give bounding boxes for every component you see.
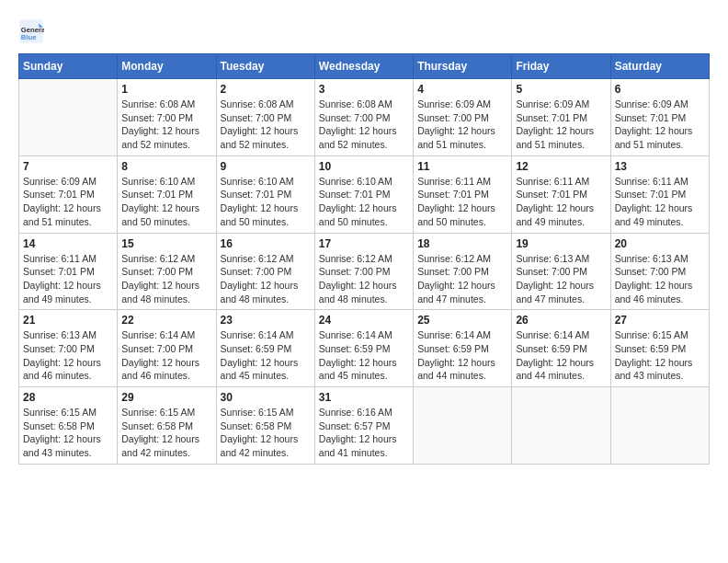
calendar-cell: 8Sunrise: 6:10 AM Sunset: 7:01 PM Daylig… [118,155,216,233]
logo-icon: General Blue [18,18,44,44]
day-number: 6 [615,83,705,96]
day-info: Sunrise: 6:14 AM Sunset: 6:59 PM Dayligh… [516,328,606,383]
day-number: 17 [319,237,409,250]
day-info: Sunrise: 6:09 AM Sunset: 7:00 PM Dayligh… [417,98,507,152]
calendar-cell: 18Sunrise: 6:12 AM Sunset: 7:00 PM Dayli… [414,233,512,310]
day-number: 5 [516,83,606,96]
day-number: 3 [319,83,409,96]
day-number: 24 [319,314,409,327]
day-info: Sunrise: 6:08 AM Sunset: 7:00 PM Dayligh… [221,98,311,152]
calendar-cell: 31Sunrise: 6:16 AM Sunset: 6:57 PM Dayli… [314,387,413,465]
calendar-cell: 9Sunrise: 6:10 AM Sunset: 7:01 PM Daylig… [216,155,314,233]
calendar: SundayMondayTuesdayWednesdayThursdayFrid… [18,53,710,465]
day-number: 26 [516,314,606,327]
day-info: Sunrise: 6:09 AM Sunset: 7:01 PM Dayligh… [516,98,606,152]
weekday-header-row: SundayMondayTuesdayWednesdayThursdayFrid… [19,54,710,79]
day-number: 14 [23,237,113,250]
day-number: 13 [615,160,705,173]
svg-text:Blue: Blue [21,33,37,41]
weekday-header-monday: Monday [118,54,216,79]
calendar-cell: 21Sunrise: 6:13 AM Sunset: 7:00 PM Dayli… [19,310,118,387]
day-info: Sunrise: 6:15 AM Sunset: 6:59 PM Dayligh… [615,328,705,383]
day-info: Sunrise: 6:13 AM Sunset: 7:00 PM Dayligh… [516,252,606,306]
day-info: Sunrise: 6:11 AM Sunset: 7:01 PM Dayligh… [516,175,606,229]
day-info: Sunrise: 6:15 AM Sunset: 6:58 PM Dayligh… [121,406,211,460]
header: General Blue [18,18,710,44]
week-row-3: 14Sunrise: 6:11 AM Sunset: 7:01 PM Dayli… [19,233,710,310]
day-number: 19 [516,237,606,250]
day-number: 15 [121,237,211,250]
day-info: Sunrise: 6:15 AM Sunset: 6:58 PM Dayligh… [221,406,311,460]
day-number: 30 [221,391,311,404]
calendar-cell: 20Sunrise: 6:13 AM Sunset: 7:00 PM Dayli… [610,233,709,310]
day-number: 29 [121,391,211,404]
logo: General Blue [18,18,44,44]
day-number: 22 [121,314,211,327]
day-info: Sunrise: 6:08 AM Sunset: 7:00 PM Dayligh… [319,98,409,152]
day-number: 20 [615,237,705,250]
day-number: 1 [121,83,211,96]
calendar-cell: 19Sunrise: 6:13 AM Sunset: 7:00 PM Dayli… [512,233,610,310]
calendar-cell: 28Sunrise: 6:15 AM Sunset: 6:58 PM Dayli… [19,387,118,465]
calendar-cell: 17Sunrise: 6:12 AM Sunset: 7:00 PM Dayli… [314,233,413,310]
day-info: Sunrise: 6:14 AM Sunset: 6:59 PM Dayligh… [417,328,507,383]
week-row-5: 28Sunrise: 6:15 AM Sunset: 6:58 PM Dayli… [19,387,710,465]
calendar-cell: 23Sunrise: 6:14 AM Sunset: 6:59 PM Dayli… [216,310,314,387]
calendar-cell [610,387,709,465]
calendar-cell: 12Sunrise: 6:11 AM Sunset: 7:01 PM Dayli… [512,155,610,233]
day-number: 27 [615,314,705,327]
day-number: 10 [319,160,409,173]
day-info: Sunrise: 6:10 AM Sunset: 7:01 PM Dayligh… [319,175,409,229]
calendar-cell: 1Sunrise: 6:08 AM Sunset: 7:00 PM Daylig… [118,79,216,156]
weekday-header-sunday: Sunday [19,54,118,79]
day-info: Sunrise: 6:14 AM Sunset: 7:00 PM Dayligh… [121,328,211,383]
calendar-cell [512,387,610,465]
day-info: Sunrise: 6:12 AM Sunset: 7:00 PM Dayligh… [221,252,311,306]
calendar-cell: 3Sunrise: 6:08 AM Sunset: 7:00 PM Daylig… [314,79,413,156]
calendar-cell: 24Sunrise: 6:14 AM Sunset: 6:59 PM Dayli… [314,310,413,387]
weekday-header-tuesday: Tuesday [216,54,314,79]
day-info: Sunrise: 6:10 AM Sunset: 7:01 PM Dayligh… [121,175,211,229]
calendar-cell: 15Sunrise: 6:12 AM Sunset: 7:00 PM Dayli… [118,233,216,310]
week-row-2: 7Sunrise: 6:09 AM Sunset: 7:01 PM Daylig… [19,155,710,233]
week-row-4: 21Sunrise: 6:13 AM Sunset: 7:00 PM Dayli… [19,310,710,387]
calendar-cell [414,387,512,465]
weekday-header-friday: Friday [512,54,610,79]
day-info: Sunrise: 6:15 AM Sunset: 6:58 PM Dayligh… [23,406,113,460]
day-number: 12 [516,160,606,173]
week-row-1: 1Sunrise: 6:08 AM Sunset: 7:00 PM Daylig… [19,79,710,156]
weekday-header-thursday: Thursday [414,54,512,79]
weekday-header-saturday: Saturday [610,54,709,79]
calendar-cell: 27Sunrise: 6:15 AM Sunset: 6:59 PM Dayli… [610,310,709,387]
calendar-cell: 5Sunrise: 6:09 AM Sunset: 7:01 PM Daylig… [512,79,610,156]
day-number: 25 [417,314,507,327]
day-number: 8 [121,160,211,173]
day-info: Sunrise: 6:12 AM Sunset: 7:00 PM Dayligh… [417,252,507,306]
calendar-cell: 29Sunrise: 6:15 AM Sunset: 6:58 PM Dayli… [118,387,216,465]
day-info: Sunrise: 6:12 AM Sunset: 7:00 PM Dayligh… [319,252,409,306]
day-info: Sunrise: 6:10 AM Sunset: 7:01 PM Dayligh… [221,175,311,229]
calendar-cell [19,79,118,156]
day-info: Sunrise: 6:14 AM Sunset: 6:59 PM Dayligh… [221,328,311,383]
day-number: 9 [221,160,311,173]
day-info: Sunrise: 6:09 AM Sunset: 7:01 PM Dayligh… [23,175,113,229]
day-number: 28 [23,391,113,404]
calendar-cell: 10Sunrise: 6:10 AM Sunset: 7:01 PM Dayli… [314,155,413,233]
calendar-cell: 11Sunrise: 6:11 AM Sunset: 7:01 PM Dayli… [414,155,512,233]
day-info: Sunrise: 6:13 AM Sunset: 7:00 PM Dayligh… [615,252,705,306]
day-info: Sunrise: 6:14 AM Sunset: 6:59 PM Dayligh… [319,328,409,383]
day-info: Sunrise: 6:08 AM Sunset: 7:00 PM Dayligh… [121,98,211,152]
day-number: 2 [221,83,311,96]
day-number: 21 [23,314,113,327]
weekday-header-wednesday: Wednesday [314,54,413,79]
calendar-cell: 6Sunrise: 6:09 AM Sunset: 7:01 PM Daylig… [610,79,709,156]
day-number: 16 [221,237,311,250]
day-info: Sunrise: 6:11 AM Sunset: 7:01 PM Dayligh… [615,175,705,229]
calendar-cell: 7Sunrise: 6:09 AM Sunset: 7:01 PM Daylig… [19,155,118,233]
day-number: 4 [417,83,507,96]
calendar-cell: 25Sunrise: 6:14 AM Sunset: 6:59 PM Dayli… [414,310,512,387]
calendar-cell: 2Sunrise: 6:08 AM Sunset: 7:00 PM Daylig… [216,79,314,156]
day-number: 18 [417,237,507,250]
calendar-cell: 4Sunrise: 6:09 AM Sunset: 7:00 PM Daylig… [414,79,512,156]
day-info: Sunrise: 6:13 AM Sunset: 7:00 PM Dayligh… [23,328,113,383]
